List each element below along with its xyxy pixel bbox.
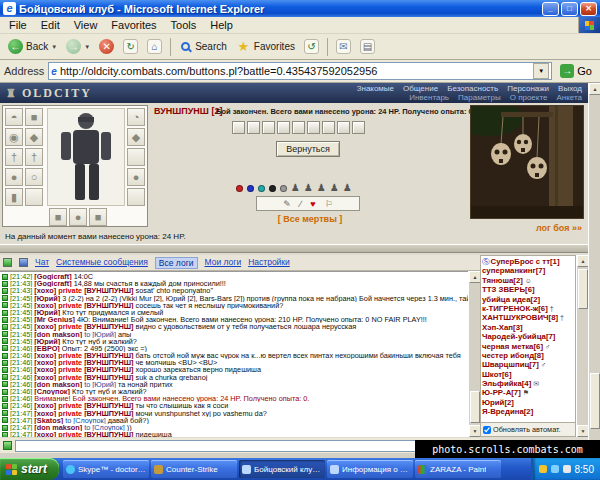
user-list-item[interactable]: черная метка[6]♂ (482, 342, 574, 351)
users-scrollbar[interactable]: ▲ ▼ (576, 255, 588, 437)
chat-send-icon[interactable] (3, 441, 12, 450)
user-list-item[interactable]: ХАНТШУКРОВИЧ[8]† (482, 313, 574, 322)
forward-dropdown-icon[interactable]: ▼ (84, 44, 90, 50)
search-button[interactable]: Search (175, 38, 231, 55)
inventory-slot[interactable]: ● (69, 208, 87, 226)
chat-scrollbar[interactable]: ▲ ▼ (468, 271, 480, 437)
taskbar-task-0[interactable]: Skype™ - doctoru1 (63, 460, 149, 478)
print-button[interactable]: ▤ (356, 37, 379, 56)
user-list-item[interactable]: Я-Вредина[2] (482, 407, 574, 416)
back-dropdown-icon[interactable]: ▼ (51, 44, 57, 50)
zone-dot-4[interactable] (280, 185, 287, 192)
inventory-slot[interactable]: ◉ (5, 128, 23, 146)
page-scrollbar[interactable]: ▲ ▼ (588, 83, 600, 458)
menu-help[interactable]: Help (203, 18, 240, 32)
inventory-slot[interactable]: ◆ (25, 128, 43, 146)
menu-edit[interactable]: Edit (34, 18, 67, 32)
zone-dot-2[interactable] (258, 185, 265, 192)
mail-button[interactable]: ✉ (332, 37, 355, 56)
taskbar-task-2[interactable]: Бойцовский клуб - M... (239, 460, 325, 478)
chat-tab-3[interactable]: Мои логи (205, 257, 242, 269)
volume-icon[interactable] (563, 465, 571, 473)
user-list-item[interactable]: ТТЗ ЗВЕРЬ[6] (482, 285, 574, 294)
back-button[interactable]: ← Back ▼ (4, 37, 61, 56)
inventory-slot[interactable] (127, 148, 145, 166)
nav2-item-1[interactable]: Параметры (458, 93, 501, 102)
zone-dot-1[interactable] (247, 185, 254, 192)
menu-view[interactable]: View (67, 18, 105, 32)
chat-tab-2[interactable]: Все логи (155, 257, 198, 269)
maximize-button[interactable]: □ (561, 2, 578, 16)
zone-figure-icon[interactable]: ♟ (291, 183, 300, 193)
chat-tab-0[interactable]: Чат (35, 257, 49, 269)
user-list-item[interactable]: суперманкинг[7] (482, 266, 574, 275)
inventory-slot[interactable] (127, 188, 145, 206)
user-list-item[interactable]: Юрий[2] (482, 398, 574, 407)
zone-figure-icon[interactable]: ♟ (317, 183, 326, 193)
inventory-slot[interactable]: ■ (89, 208, 107, 226)
start-button[interactable]: start (0, 458, 59, 480)
inventory-slot[interactable]: ○ (25, 168, 43, 186)
action-icon-0[interactable]: ✎ (283, 199, 291, 209)
inventory-slot[interactable]: ◔ (127, 108, 145, 126)
scrollbar-thumb[interactable] (590, 373, 600, 429)
zone-figure-icon[interactable]: ♟ (343, 183, 352, 193)
scrollbar-thumb[interactable] (578, 269, 588, 309)
zone-figure-icon[interactable]: ♟ (330, 183, 339, 193)
forward-button[interactable]: → ▼ (62, 37, 94, 56)
scrollbar-thumb[interactable] (470, 391, 480, 423)
user-list-item[interactable]: Шкот[6] (482, 370, 574, 379)
user-list-item[interactable]: Тянюша[2]☺ (482, 276, 574, 285)
chat-tab-1[interactable]: Системные сообщения (56, 257, 148, 269)
user-list-item[interactable]: к-ТИГРЕНОК-ж[6]† (482, 304, 574, 313)
zone-dot-0[interactable] (236, 185, 243, 192)
menu-file[interactable]: File (2, 18, 34, 32)
inventory-slot[interactable]: ◓ (5, 108, 23, 126)
chat-input[interactable] (15, 440, 463, 452)
close-button[interactable]: ✕ (580, 2, 597, 16)
inventory-slot[interactable]: ▮ (5, 188, 23, 206)
taskbar-task-4[interactable]: ZARAZA - Paint (415, 460, 501, 478)
return-button[interactable]: Вернуться (276, 141, 340, 157)
nav1-item-3[interactable]: Персонажи (507, 84, 549, 93)
nav2-item-3[interactable]: Анкета (556, 93, 582, 102)
inventory-slot[interactable]: ■ (25, 108, 43, 126)
go-button[interactable]: → Go (556, 63, 596, 79)
network-icon[interactable] (551, 465, 559, 473)
inventory-slot[interactable]: ● (127, 168, 145, 186)
user-list-item[interactable]: Шварцшпиц[7]♂ (482, 360, 574, 369)
battle-log-link[interactable]: лог боя »» (536, 223, 582, 233)
refresh-button[interactable]: ↻ (119, 37, 142, 56)
favorites-button[interactable]: ★ Favorites (232, 37, 299, 56)
inventory-slot[interactable] (25, 188, 43, 206)
nav2-item-0[interactable]: Инвентарь (409, 93, 449, 102)
user-list-item[interactable]: ⓈСуперБрос с тт[1] (482, 257, 574, 266)
nav1-item-4[interactable]: Выход (558, 84, 582, 93)
user-list-item[interactable]: Эльфийка[4]✉ (482, 379, 574, 388)
user-list-item[interactable]: убийца идеа[2] (482, 295, 574, 304)
user-list-item[interactable]: Чародей-убийца[7] (482, 332, 574, 341)
action-icon-3[interactable]: ⚐ (325, 199, 333, 209)
nav1-item-0[interactable]: Знакомые (357, 84, 394, 93)
inventory-slot[interactable]: ■ (49, 208, 67, 226)
chat-filter-green-icon[interactable] (3, 258, 12, 267)
zone-figure-icon[interactable]: ♟ (304, 183, 313, 193)
nav2-item-2[interactable]: О проекте (510, 93, 548, 102)
taskbar-task-3[interactable]: Информация о BUY... (327, 460, 413, 478)
nav1-item-2[interactable]: Безопасность (447, 84, 498, 93)
chat-tab-4[interactable]: Настройки (248, 257, 290, 269)
user-list-item[interactable]: Ю-РР-А[7]⚑ (482, 388, 574, 397)
menu-tools[interactable]: Tools (164, 18, 204, 32)
inventory-slot[interactable]: † (5, 148, 23, 166)
action-icon-2[interactable]: ♥ (310, 199, 315, 209)
address-dropdown-icon[interactable]: ▼ (533, 63, 549, 79)
menu-favorites[interactable]: Favorites (104, 18, 163, 32)
address-input[interactable] (60, 65, 530, 77)
user-list-item[interactable]: Хэп-Хап[3] (482, 323, 574, 332)
taskbar-task-1[interactable]: Counter-Strike (151, 460, 237, 478)
history-button[interactable]: ↺ (300, 37, 323, 56)
shield-icon[interactable] (539, 465, 547, 473)
inventory-slot[interactable]: † (25, 148, 43, 166)
user-list-item[interactable]: честер ибонд[8] (482, 351, 574, 360)
minimize-button[interactable]: _ (542, 2, 559, 16)
